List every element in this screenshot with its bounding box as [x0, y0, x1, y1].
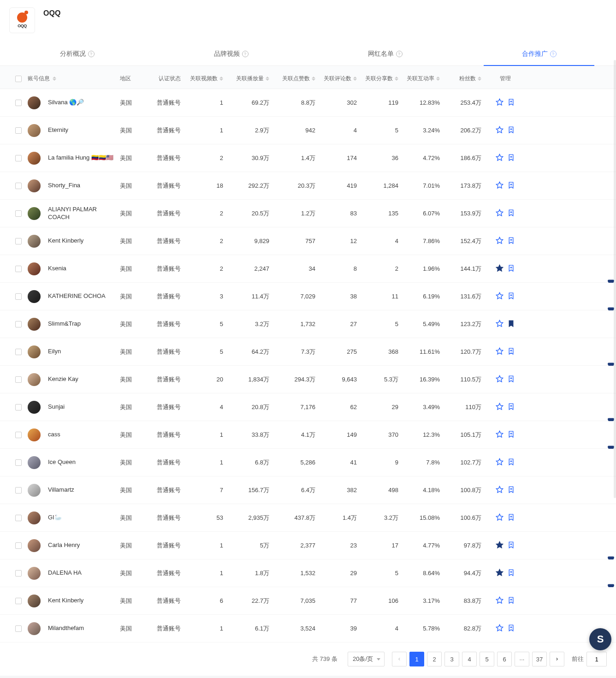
bookmark-icon[interactable]: [507, 458, 515, 467]
page-button[interactable]: ···: [515, 652, 529, 666]
favorite-icon[interactable]: [496, 237, 503, 246]
row-checkbox[interactable]: [15, 376, 22, 383]
bookmark-icon[interactable]: [507, 209, 515, 218]
bookmark-icon[interactable]: [507, 486, 515, 495]
table-row[interactable]: Ice Queen 美国 普通账号 1 6.8万 5,286 41 9 7.8%…: [0, 449, 616, 476]
row-checkbox[interactable]: [15, 155, 22, 161]
bookmark-icon[interactable]: [507, 569, 515, 578]
page-size-select[interactable]: 20条/页: [348, 652, 385, 666]
sort-icon[interactable]: [266, 77, 269, 81]
row-checkbox[interactable]: [15, 515, 22, 521]
bookmark-icon[interactable]: [507, 292, 515, 301]
bookmark-icon[interactable]: [507, 430, 515, 440]
row-checkbox[interactable]: [15, 183, 22, 189]
bookmark-icon[interactable]: [507, 154, 515, 163]
bookmark-icon[interactable]: [507, 596, 515, 606]
fab-button[interactable]: S: [589, 628, 611, 650]
favorite-icon[interactable]: [496, 126, 503, 135]
table-row[interactable]: Eternity 美国 普通账号 1 2.9万 942 4 5 3.24% 20…: [0, 117, 616, 144]
bookmark-icon[interactable]: [507, 126, 515, 135]
row-checkbox[interactable]: [15, 432, 22, 438]
row-checkbox[interactable]: [15, 404, 22, 410]
row-checkbox[interactable]: [15, 487, 22, 494]
bookmark-icon[interactable]: [507, 181, 515, 190]
row-checkbox[interactable]: [15, 542, 22, 549]
bookmark-icon[interactable]: [507, 320, 515, 329]
bookmark-icon[interactable]: [507, 237, 515, 246]
row-checkbox[interactable]: [15, 293, 22, 300]
row-checkbox[interactable]: [15, 598, 22, 604]
table-row[interactable]: Eilyn 美国 普通账号 5 64.2万 7.3万 275 368 11.61…: [0, 338, 616, 366]
favorite-icon[interactable]: [496, 486, 503, 495]
favorite-icon[interactable]: [496, 98, 503, 107]
bookmark-icon[interactable]: [507, 513, 515, 523]
tab-overview[interactable]: 分析概况 ?: [0, 43, 154, 65]
jump-input[interactable]: [586, 652, 607, 666]
favorite-icon[interactable]: [496, 320, 503, 329]
row-checkbox[interactable]: [15, 625, 22, 632]
favorite-icon[interactable]: [496, 430, 503, 440]
table-row[interactable]: Carla Henry 美国 普通账号 1 5万 2,377 23 17 4.7…: [0, 532, 616, 559]
table-row[interactable]: Kent Kinberly 美国 普通账号 2 9,829 757 12 4 7…: [0, 227, 616, 255]
table-row[interactable]: KATHERINE OCHOA 美国 普通账号 3 11.4万 7,029 38…: [0, 283, 616, 310]
row-checkbox[interactable]: [15, 321, 22, 327]
favorite-icon[interactable]: [496, 209, 503, 218]
sort-icon[interactable]: [478, 77, 481, 81]
bookmark-icon[interactable]: [507, 98, 515, 107]
favorite-icon[interactable]: [496, 264, 503, 274]
table-row[interactable]: DALENA HA 美国 普通账号 1 1.8万 1,532 29 5 8.64…: [0, 559, 616, 587]
favorite-icon[interactable]: [496, 624, 503, 633]
favorite-icon[interactable]: [496, 569, 503, 578]
table-row[interactable]: Kent Kinberly 美国 普通账号 6 22.7万 7,035 77 1…: [0, 587, 616, 615]
table-row[interactable]: Villamartz 美国 普通账号 7 156.7万 6.4万 382 498…: [0, 476, 616, 504]
bookmark-icon[interactable]: [507, 264, 515, 274]
favorite-icon[interactable]: [496, 181, 503, 190]
tab-brand-video[interactable]: 品牌视频 ?: [154, 43, 308, 65]
prev-page[interactable]: [392, 652, 407, 666]
table-row[interactable]: GI🦢 美国 普通账号 53 2,935万 437.8万 1.4万 3.2万 1…: [0, 504, 616, 532]
page-button[interactable]: 2: [427, 652, 442, 666]
table-row[interactable]: Ksenia 美国 普通账号 2 2,247 34 8 2 1.96% 144.…: [0, 255, 616, 283]
page-button[interactable]: 5: [480, 652, 494, 666]
table-row[interactable]: Slimm&Trap 美国 普通账号 5 3.2万 1,732 27 5 5.4…: [0, 310, 616, 338]
favorite-icon[interactable]: [496, 375, 503, 384]
sort-icon[interactable]: [353, 77, 357, 81]
table-row[interactable]: cass 美国 普通账号 1 33.8万 4.1万 149 370 12.3% …: [0, 421, 616, 449]
page-button[interactable]: 6: [497, 652, 512, 666]
favorite-icon[interactable]: [496, 347, 503, 357]
table-row[interactable]: La familia Hung 🇻🇪🇨🇴🇺🇸 美国 普通账号 2 30.9万 1…: [0, 144, 616, 172]
table-row[interactable]: Milandthefam 美国 普通账号 1 6.1万 3,524 39 4 5…: [0, 615, 616, 642]
row-checkbox[interactable]: [15, 459, 22, 466]
page-button[interactable]: 1: [409, 652, 424, 666]
bookmark-icon[interactable]: [507, 624, 515, 633]
page-button[interactable]: 4: [462, 652, 477, 666]
favorite-icon[interactable]: [496, 154, 503, 163]
favorite-icon[interactable]: [496, 403, 503, 412]
page-button[interactable]: 37: [532, 652, 547, 666]
sort-icon[interactable]: [53, 77, 56, 81]
row-checkbox[interactable]: [15, 266, 22, 272]
favorite-icon[interactable]: [496, 513, 503, 523]
favorite-icon[interactable]: [496, 596, 503, 606]
row-checkbox[interactable]: [15, 210, 22, 217]
bookmark-icon[interactable]: [507, 347, 515, 357]
table-row[interactable]: Sunjai 美国 普通账号 4 20.8万 7,176 62 29 3.49%…: [0, 393, 616, 421]
row-checkbox[interactable]: [15, 127, 22, 134]
sort-icon[interactable]: [219, 77, 223, 81]
bookmark-icon[interactable]: [507, 375, 515, 384]
row-checkbox[interactable]: [15, 570, 22, 577]
table-row[interactable]: Silvana 🌎🔎 美国 普通账号 1 69.2万 8.8万 302 119 …: [0, 89, 616, 117]
row-checkbox[interactable]: [15, 238, 22, 244]
sort-icon[interactable]: [436, 77, 440, 81]
table-row[interactable]: Shorty_Fina 美国 普通账号 18 292.2万 20.3万 419 …: [0, 172, 616, 200]
row-checkbox[interactable]: [15, 349, 22, 355]
bookmark-icon[interactable]: [507, 541, 515, 550]
tab-influencer-list[interactable]: 网红名单 ?: [308, 43, 462, 65]
favorite-icon[interactable]: [496, 458, 503, 467]
sort-icon[interactable]: [395, 77, 398, 81]
row-checkbox[interactable]: [15, 100, 22, 106]
select-all-checkbox[interactable]: [15, 76, 22, 82]
bookmark-icon[interactable]: [507, 403, 515, 412]
favorite-icon[interactable]: [496, 292, 503, 301]
table-row[interactable]: ALIANYI PALMAR COACH 美国 普通账号 2 20.5万 1.2…: [0, 200, 616, 227]
